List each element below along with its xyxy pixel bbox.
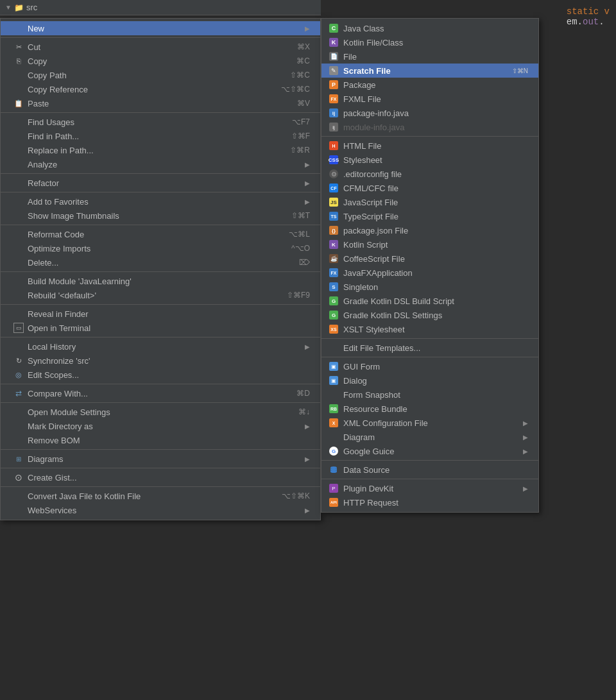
resource-bundle-label: Resource Bundle [343,404,407,414]
menu-item-reveal-in-finder[interactable]: Reveal in Finder [1,307,320,321]
menu-item-compare-with[interactable]: ⇄ Compare With... ⌘D [1,386,320,400]
java-class-icon: C [328,23,339,33]
menu-item-webservices[interactable]: WebServices ▶ [1,503,320,517]
submenu-kotlin-script[interactable]: K Kotlin Script [321,237,538,252]
submenu-scratch-file[interactable]: ✎ Scratch File ⇧⌘N [321,64,538,78]
github-icon: ⊙ [13,472,24,482]
local-history-label: Local History [28,342,76,352]
menu-item-find-usages[interactable]: Find Usages ⌥F7 [1,115,320,129]
menu-item-optimize-imports[interactable]: Optimize Imports ^⌥O [1,241,320,255]
xslt-icon: XS [328,324,339,334]
copy-reference-label: Copy Reference [28,85,88,94]
submenu-resource-bundle[interactable]: RB Resource Bundle [321,402,538,416]
submenu-java-class[interactable]: C Java Class [321,21,538,35]
menu-item-find-in-path[interactable]: Find in Path... ⇧⌘F [1,129,320,143]
compare-with-shortcut: ⌘D [296,389,310,398]
submenu-form-snapshot[interactable]: Form Snapshot [321,388,538,402]
submenu-edit-file-templates[interactable]: Edit File Templates... [321,341,538,355]
submenu-diagram[interactable]: Diagram ▶ [321,430,538,444]
submenu-data-source[interactable]: Data Source [321,463,538,477]
new-icon [13,23,24,33]
menu-item-new[interactable]: New ▶ [1,21,320,35]
submenu-fxml-file[interactable]: FX FXML File [321,92,538,106]
menu-item-rebuild[interactable]: Rebuild '<default>' ⇧⌘F9 [1,288,320,302]
submenu-singleton[interactable]: S Singleton [321,280,538,294]
submenu-gui-form[interactable]: ▣ GUI Form [321,359,538,373]
submenu-kotlin-file-class[interactable]: K Kotlin File/Class [321,35,538,49]
menu-item-copy-reference[interactable]: Copy Reference ⌥⇧⌘C [1,82,320,96]
new-label: New [28,24,44,33]
submenu-typescript-file[interactable]: TS TypeScript File [321,209,538,223]
xslt-label: XSLT Stylesheet [343,325,405,334]
menu-item-refactor[interactable]: Refactor ▶ [1,176,320,190]
menu-item-remove-bom[interactable]: Remove BOM [1,433,320,447]
http-request-icon: API [328,497,339,508]
google-guice-label: Google Guice [343,447,395,456]
separator-4 [1,192,320,192]
menu-item-cut[interactable]: ✂ Cut ⌘X [1,40,320,54]
submenu-javafx[interactable]: FX JavaFXApplication [321,266,538,280]
submenu-xml-configuration[interactable]: X XML Configuration File ▶ [321,416,538,430]
optimize-imports-label: Optimize Imports [28,244,90,253]
menu-item-edit-scopes[interactable]: ◎ Edit Scopes... [1,368,320,382]
folder-name: src [26,3,37,12]
submenu-cfml[interactable]: CF CFML/CFC file [321,181,538,195]
menu-item-copy-path[interactable]: Copy Path ⇧⌘C [1,68,320,82]
submenu-package-json[interactable]: {} package.json File [321,223,538,237]
menu-item-reformat-code[interactable]: Reformat Code ⌥⌘L [1,227,320,241]
submenu-http-request[interactable]: API HTTP Request [321,495,538,509]
menu-item-add-to-favorites[interactable]: Add to Favorites ▶ [1,194,320,209]
menu-item-synchronize-src[interactable]: ↻ Synchronize 'src' [1,354,320,368]
submenu-editorconfig[interactable]: ⚙ .editorconfig file [321,167,538,181]
convert-java-kotlin-label: Convert Java File to Kotlin File [28,491,141,501]
submenu-gradle-kotlin-settings[interactable]: G Gradle Kotlin DSL Settings [321,308,538,322]
mark-directory-as-label: Mark Directory as [28,422,93,431]
submenu-google-guice[interactable]: G Google Guice ▶ [321,444,538,458]
menu-item-copy[interactable]: ⎘ Copy ⌘C [1,54,320,68]
menu-item-replace-in-path[interactable]: Replace in Path... ⇧⌘R [1,143,320,157]
separator-11 [1,449,320,450]
submenu-html-file[interactable]: H HTML File [321,139,538,153]
top-bar: ▼ 📁 src [0,0,321,15]
submenu-javascript-file[interactable]: JS JavaScript File [321,195,538,209]
cut-label: Cut [28,42,40,52]
package-json-label: package.json File [343,226,408,235]
package-label: Package [343,80,376,90]
submenu-plugin-devkit[interactable]: P Plugin DevKit ▶ [321,481,538,495]
kotlin-script-label: Kotlin Script [343,240,388,250]
menu-item-open-module-settings[interactable]: Open Module Settings ⌘↓ [1,405,320,419]
kotlin-script-icon: K [328,239,339,250]
menu-item-diagrams[interactable]: ⊞ Diagrams ▶ [1,452,320,466]
optimize-imports-shortcut: ^⌥O [291,244,310,253]
diagrams-icon: ⊞ [13,454,24,464]
menu-item-analyze[interactable]: Analyze ▶ [1,157,320,171]
menu-item-create-gist[interactable]: ⊙ Create Gist... [1,470,320,484]
submenu-module-info[interactable]: ij module-info.java [321,120,538,134]
submenu-dialog[interactable]: ▣ Dialog [321,373,538,388]
submenu-coffeescript[interactable]: ☕ CoffeeScript File [321,252,538,266]
reformat-code-label: Reformat Code [28,230,84,239]
submenu-xslt[interactable]: XS XSLT Stylesheet [321,322,538,336]
optimize-icon [13,243,24,253]
menu-item-local-history[interactable]: Local History ▶ [1,339,320,354]
fxml-icon: FX [328,94,339,104]
menu-item-build-module[interactable]: Build Module 'JavaLearning' [1,274,320,288]
menu-item-show-image-thumbnails[interactable]: Show Image Thumbnails ⇧⌘T [1,209,320,223]
menu-item-mark-directory-as[interactable]: Mark Directory as ▶ [1,419,320,433]
code-out-field: out [583,17,599,27]
rebuild-shortcut: ⇧⌘F9 [287,291,310,300]
copy-path-label: Copy Path [28,71,67,80]
image-thumbnails-icon [13,210,24,221]
submenu-gradle-kotlin-build[interactable]: G Gradle Kotlin DSL Build Script [321,294,538,308]
submenu-package[interactable]: P Package [321,78,538,92]
menu-item-delete[interactable]: Delete... ⌦ [1,255,320,269]
submenu-package-info[interactable]: ij package-info.java [321,106,538,120]
form-snapshot-icon [328,389,339,400]
submenu-stylesheet[interactable]: CSS Stylesheet [321,153,538,167]
submenu-file[interactable]: 📄 File [321,49,538,64]
menu-item-convert-java-to-kotlin[interactable]: Convert Java File to Kotlin File ⌥⇧⌘K [1,489,320,503]
copy-shortcut: ⌘C [296,56,310,65]
menu-item-open-in-terminal[interactable]: ▭ Open in Terminal [1,321,320,335]
scratch-file-label: Scratch File [343,66,391,76]
menu-item-paste[interactable]: 📋 Paste ⌘V [1,96,320,110]
